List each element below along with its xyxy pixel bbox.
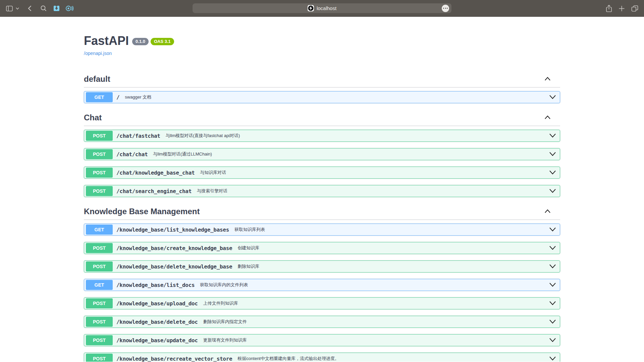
operation-row[interactable]: POST /chat/fastchat 与llm模型对话(直接与fastchat… <box>84 130 560 142</box>
method-badge: POST <box>86 243 113 253</box>
search-button[interactable] <box>39 0 48 17</box>
method-badge: POST <box>86 186 113 196</box>
expand-operation-button[interactable] <box>549 94 556 101</box>
operation-summary: swagger 文档 <box>125 94 151 100</box>
expand-operation-button[interactable] <box>549 170 556 176</box>
operation-row[interactable]: POST /chat/chat 与llm模型对话(通过LLMChain) <box>84 148 560 160</box>
operation-row[interactable]: GET /knowledge_base/list_docs 获取知识库内的文件列… <box>84 279 560 291</box>
tag-section-knowledge-base-management: Knowledge Base Management GET /knowledge… <box>84 203 560 362</box>
ellipsis-icon <box>443 8 444 9</box>
new-tab-button[interactable] <box>616 0 627 17</box>
operation-summary: 创建知识库 <box>237 245 259 251</box>
chevron-down-icon <box>549 302 556 307</box>
site-favicon-icon <box>308 5 314 11</box>
expand-operation-button[interactable] <box>549 319 556 325</box>
operation-row[interactable]: POST /knowledge_base/create_knowledge_ba… <box>84 242 560 254</box>
extension-bookmark-button[interactable] <box>52 0 61 17</box>
operation-path: /chat/fastchat <box>116 133 160 139</box>
expand-operation-button[interactable] <box>549 133 556 139</box>
operation-summary: 删除知识库内指定文件 <box>203 319 247 325</box>
method-badge: POST <box>86 168 113 178</box>
new-tab-icon <box>619 5 625 12</box>
chevron-down-icon <box>549 339 556 344</box>
expand-operation-button[interactable] <box>549 151 556 158</box>
swagger-page: FastAPI0.1.0OAS 3.1 /openapi.json defaul… <box>0 17 644 362</box>
page-settings-button[interactable] <box>442 5 449 12</box>
extension-blocker-button[interactable] <box>64 0 74 17</box>
operation-row[interactable]: POST /knowledge_base/delete_doc 删除知识库内指定… <box>84 316 560 328</box>
operation-summary: 与知识库对话 <box>200 170 226 176</box>
operation-row[interactable]: GET /knowledge_base/list_knowledge_bases… <box>84 224 560 236</box>
operation-path: /knowledge_base/list_knowledge_bases <box>116 227 229 233</box>
method-badge: GET <box>86 92 113 102</box>
expand-operation-button[interactable] <box>549 300 556 307</box>
operation-summary: 与llm模型对话(直接与fastchat api对话) <box>166 133 240 139</box>
operation-row[interactable]: POST /knowledge_base/recreate_vector_sto… <box>84 353 560 362</box>
operation-summary: 获取知识库列表 <box>234 227 265 233</box>
expand-operation-button[interactable] <box>549 263 556 270</box>
operation-path: /knowledge_base/upload_doc <box>116 300 198 307</box>
openapi-spec-link[interactable]: /openapi.json <box>84 51 112 56</box>
method-badge: POST <box>86 131 113 141</box>
method-badge: POST <box>86 261 113 272</box>
expand-operation-button[interactable] <box>549 188 556 195</box>
method-badge: POST <box>86 354 113 362</box>
method-badge: GET <box>86 280 113 290</box>
section-header[interactable]: Knowledge Base Management <box>84 203 560 220</box>
sidebar-menu-button[interactable] <box>15 0 20 17</box>
method-badge: POST <box>86 335 113 345</box>
method-badge: POST <box>86 317 113 327</box>
operation-path: /chat/knowledge_base_chat <box>116 170 195 176</box>
operations: GET /knowledge_base/list_knowledge_bases… <box>84 220 560 362</box>
chevron-down-icon <box>549 153 556 158</box>
address-bar[interactable]: localhost <box>193 3 451 13</box>
operation-path: /chat/search_engine_chat <box>116 188 192 194</box>
operation-path: / <box>116 94 119 101</box>
operation-row[interactable]: POST /chat/knowledge_base_chat 与知识库对话 <box>84 167 560 179</box>
collapse-section-button[interactable] <box>544 76 551 82</box>
chevron-down-icon <box>549 171 556 176</box>
operation-summary: 上传文件到知识库 <box>203 300 238 306</box>
operation-row[interactable]: POST /knowledge_base/update_doc 更新现有文件到知… <box>84 334 560 346</box>
operation-path: /knowledge_base/delete_doc <box>116 319 198 325</box>
method-badge: GET <box>86 225 113 235</box>
section-header[interactable]: Chat <box>84 110 560 126</box>
chevron-down-icon <box>549 357 556 362</box>
address-host: localhost <box>317 5 336 11</box>
operation-summary: 更新现有文件到知识库 <box>203 337 247 343</box>
chevron-down-icon <box>549 246 556 251</box>
expand-operation-button[interactable] <box>549 282 556 289</box>
chevron-down-icon <box>549 320 556 325</box>
operation-summary: 与llm模型对话(通过LLMChain) <box>153 151 212 157</box>
operations: POST /chat/fastchat 与llm模型对话(直接与fastchat… <box>84 126 560 197</box>
operation-summary: 删除知识库 <box>237 263 259 269</box>
share-button[interactable] <box>604 0 614 17</box>
bookmark-arrow-extension-icon <box>53 5 60 12</box>
method-badge: POST <box>86 298 113 308</box>
operation-summary: 根据content中文档重建向量库，流式输出处理进度。 <box>237 356 339 362</box>
operation-row[interactable]: POST /knowledge_base/upload_doc 上传文件到知识库 <box>84 297 560 309</box>
operation-path: /knowledge_base/delete_knowledge_base <box>116 263 232 270</box>
operation-path: /chat/chat <box>116 151 148 158</box>
expand-operation-button[interactable] <box>549 356 556 362</box>
operation-path: /knowledge_base/list_docs <box>116 282 195 288</box>
expand-operation-button[interactable] <box>549 245 556 252</box>
chevron-down-icon <box>16 7 19 10</box>
back-button[interactable] <box>25 0 34 17</box>
operation-path: /knowledge_base/create_knowledge_base <box>116 245 232 251</box>
collapse-section-button[interactable] <box>544 115 551 121</box>
oas-badge: OAS 3.1 <box>151 38 174 45</box>
expand-operation-button[interactable] <box>549 337 556 344</box>
browser-toolbar: localhost <box>0 0 644 17</box>
tab-overview-button[interactable] <box>629 0 640 17</box>
section-title: Knowledge Base Management <box>84 207 200 216</box>
operation-row[interactable]: POST /chat/search_engine_chat 与搜索引擎对话 <box>84 185 560 197</box>
sidebar-toggle-button[interactable] <box>5 0 14 17</box>
operation-row[interactable]: POST /knowledge_base/delete_knowledge_ba… <box>84 260 560 273</box>
chevron-down-icon <box>549 265 556 270</box>
operation-row[interactable]: GET / swagger 文档 <box>84 91 560 103</box>
section-header[interactable]: default <box>84 71 560 87</box>
collapse-section-button[interactable] <box>544 208 551 215</box>
expand-operation-button[interactable] <box>549 227 556 233</box>
operations: GET / swagger 文档 <box>84 87 560 103</box>
